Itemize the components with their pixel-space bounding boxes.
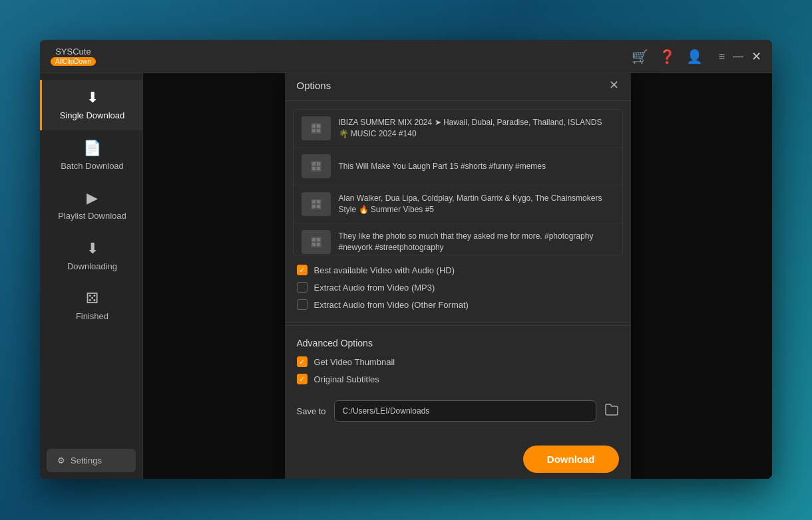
settings-button[interactable]: ⚙ Settings (47, 449, 136, 472)
checkbox-hd[interactable]: ✓ (297, 265, 307, 275)
advanced-label-subtitles: Original Subtitles (314, 374, 379, 384)
help-icon[interactable]: ❓ (659, 49, 676, 65)
video-item[interactable]: This Will Make You Laugh Part 15 #shorts… (294, 148, 622, 186)
modal-footer: Download (285, 436, 631, 479)
sidebar: ⬇ Single Download 📄 Batch Download ▶ Pla… (40, 73, 143, 479)
sidebar-label-batch: Batch Download (61, 161, 124, 172)
sidebar-item-batch-download[interactable]: 📄 Batch Download (40, 130, 142, 181)
sidebar-label-finished: Finished (76, 311, 108, 322)
downloading-icon: ⬇ (87, 240, 99, 257)
main-content: ⬇ Single Download 📄 Batch Download ▶ Pla… (40, 73, 772, 479)
format-section: ✓ Best available Video with Audio (HD) E… (285, 255, 631, 323)
section-divider (285, 325, 631, 326)
svg-rect-11 (312, 200, 315, 203)
svg-rect-8 (312, 167, 315, 170)
format-label-mp3: Extract Audio from Video (MP3) (314, 283, 435, 293)
svg-rect-13 (312, 205, 315, 208)
sidebar-label-single: Single Download (60, 110, 125, 121)
checkbox-mp3[interactable] (297, 282, 307, 293)
modal-header: Options ✕ (285, 73, 631, 101)
sidebar-item-playlist-download[interactable]: ▶ Playlist Download (40, 180, 142, 231)
video-title-1: This Will Make You Laugh Part 15 #shorts… (339, 161, 546, 172)
format-option-mp3[interactable]: Extract Audio from Video (MP3) (297, 282, 619, 293)
content-area: Options ✕ (143, 73, 772, 479)
svg-rect-18 (312, 243, 315, 246)
save-to-input[interactable] (334, 400, 596, 422)
svg-rect-7 (317, 162, 320, 166)
svg-rect-6 (312, 162, 315, 166)
folder-browse-button[interactable] (604, 403, 619, 420)
modal-body: IBIZA SUMMER MIX 2024 ➤ Hawaii, Dubai, P… (285, 101, 631, 436)
settings-icon: ⚙ (57, 455, 65, 465)
download-button[interactable]: Download (523, 446, 619, 473)
modal-close-button[interactable]: ✕ (609, 79, 619, 91)
sidebar-item-finished[interactable]: ⚄ Finished (40, 281, 142, 331)
video-item[interactable]: IBIZA SUMMER MIX 2024 ➤ Hawaii, Dubai, P… (294, 110, 622, 148)
video-thumbnail-1 (302, 154, 331, 178)
playlist-download-icon: ▶ (87, 190, 98, 207)
format-label-other: Extract Audio from Video (Other Format) (314, 300, 469, 310)
svg-rect-2 (317, 124, 320, 128)
modal-title: Options (297, 80, 331, 91)
save-to-label: Save to (297, 406, 326, 416)
finished-icon: ⚄ (86, 290, 99, 307)
video-thumbnail-0 (302, 116, 331, 140)
video-thumbnail-3 (302, 230, 331, 254)
app-branding: SYSCute AllClipDown (51, 47, 96, 66)
video-item[interactable]: They like the photo so much that they as… (294, 223, 622, 255)
format-option-hd[interactable]: ✓ Best available Video with Audio (HD) (297, 265, 619, 275)
svg-rect-9 (317, 167, 320, 170)
batch-download-icon: 📄 (83, 140, 101, 157)
checkbox-subtitles[interactable]: ✓ (297, 374, 307, 384)
menu-button[interactable]: ≡ (719, 51, 725, 62)
video-item[interactable]: Alan Walker, Dua Lipa, Coldplay, Martin … (294, 186, 622, 223)
cart-icon[interactable]: 🛒 (632, 49, 648, 65)
svg-rect-14 (317, 205, 320, 208)
minimize-button[interactable]: — (733, 51, 743, 62)
advanced-option-subtitles[interactable]: ✓ Original Subtitles (297, 374, 619, 384)
advanced-option-thumbnail[interactable]: ✓ Get Video Thumbnail (297, 356, 619, 367)
svg-rect-19 (317, 243, 320, 246)
format-option-other[interactable]: Extract Audio from Video (Other Format) (297, 299, 619, 310)
sidebar-label-downloading: Downloading (67, 261, 117, 272)
app-badge: AllClipDown (51, 57, 96, 66)
user-icon[interactable]: 👤 (686, 49, 703, 65)
advanced-label-thumbnail: Get Video Thumbnail (314, 357, 395, 367)
settings-label: Settings (71, 455, 102, 465)
video-title-3: They like the photo so much that they as… (339, 231, 614, 253)
save-to-section: Save to (285, 400, 631, 431)
checkbox-thumbnail[interactable]: ✓ (297, 356, 307, 367)
svg-rect-16 (312, 238, 315, 241)
advanced-title: Advanced Options (297, 338, 619, 348)
app-window: SYSCute AllClipDown 🛒 ❓ 👤 ≡ — ✕ ⬇ Single… (40, 40, 772, 479)
sidebar-label-playlist: Playlist Download (58, 211, 126, 221)
format-label-hd: Best available Video with Audio (HD) (314, 265, 455, 275)
sidebar-item-downloading[interactable]: ⬇ Downloading (40, 231, 142, 281)
window-controls: ≡ — ✕ (719, 51, 761, 63)
svg-rect-3 (312, 129, 315, 132)
close-button[interactable]: ✕ (751, 51, 761, 63)
single-download-icon: ⬇ (87, 89, 99, 106)
modal-overlay: Options ✕ (143, 73, 772, 479)
advanced-section: Advanced Options ✓ Get Video Thumbnail ✓… (285, 328, 631, 400)
sidebar-item-single-download[interactable]: ⬇ Single Download (40, 80, 142, 130)
svg-rect-4 (317, 129, 320, 132)
title-bar-icons: 🛒 ❓ 👤 (632, 49, 703, 65)
svg-rect-1 (312, 124, 315, 128)
app-name: SYSCute (55, 47, 91, 57)
video-title-0: IBIZA SUMMER MIX 2024 ➤ Hawaii, Dubai, P… (339, 117, 614, 140)
video-thumbnail-2 (302, 192, 331, 216)
options-modal: Options ✕ (285, 73, 631, 479)
video-title-2: Alan Walker, Dua Lipa, Coldplay, Martin … (339, 193, 614, 215)
video-list[interactable]: IBIZA SUMMER MIX 2024 ➤ Hawaii, Dubai, P… (293, 109, 623, 255)
checkbox-other[interactable] (297, 299, 307, 310)
svg-rect-12 (317, 200, 320, 203)
title-bar: SYSCute AllClipDown 🛒 ❓ 👤 ≡ — ✕ (40, 40, 772, 73)
svg-rect-17 (317, 238, 320, 241)
